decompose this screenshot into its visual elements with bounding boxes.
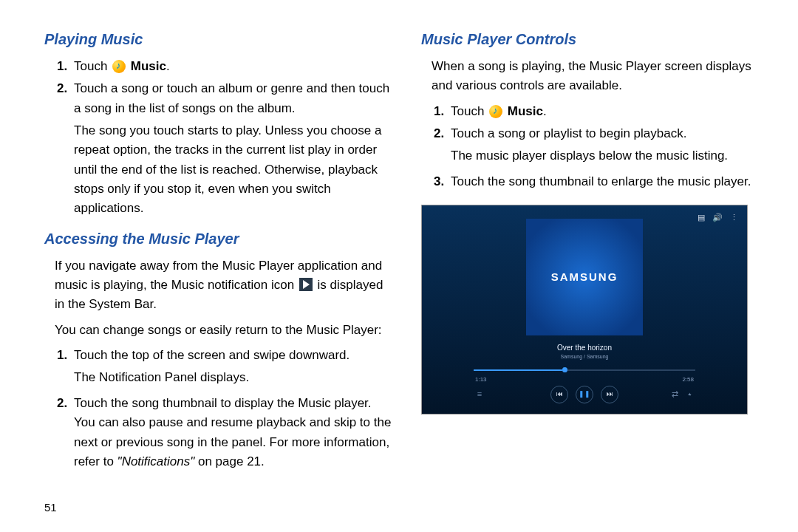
step-continuation: The music player displays below the musi… — [451, 146, 768, 166]
list-view-icon: ▤ — [698, 211, 705, 224]
progress-handle — [562, 367, 567, 372]
list-item: Touch Music. — [448, 102, 768, 121]
list-item: Touch the song thumbnail to display the … — [71, 394, 392, 471]
heading-playing-music: Playing Music — [44, 28, 392, 51]
accessing-player-steps: Touch the top of the screen and swipe do… — [44, 346, 392, 471]
heading-player-controls: Music Player Controls — [421, 28, 768, 51]
page-number: 51 — [44, 499, 57, 516]
music-app-icon — [489, 105, 502, 118]
step-continuation: The Notification Panel displays. — [74, 368, 392, 387]
body-text: You can change songs or easily return to… — [55, 321, 392, 340]
samsung-logo: SAMSUNG — [551, 268, 618, 285]
right-column: Music Player Controls When a song is pla… — [421, 28, 768, 480]
track-artist: Samsung / Samsung — [422, 353, 747, 361]
shuffle-icon: ⇄ — [669, 388, 681, 400]
overflow-icon: ⋮ — [730, 211, 738, 224]
music-player-screenshot: ▤ 🔊 ⋮ SAMSUNG Over the horizon Samsung /… — [421, 205, 748, 415]
volume-icon: 🔊 — [712, 211, 723, 224]
player-controls-steps: Touch Music. Touch a song or playlist to… — [421, 102, 768, 191]
album-art: SAMSUNG — [526, 219, 643, 335]
list-item: Touch Music. — [71, 57, 392, 76]
list-item: Touch a song or playlist to begin playba… — [448, 124, 768, 166]
music-app-icon — [112, 60, 126, 73]
step-continuation: The song you touch starts to play. Unles… — [74, 121, 392, 219]
next-track-icon: ⏭ — [601, 386, 618, 403]
progress-fill — [474, 369, 562, 371]
list-item: Touch the top of the screen and swipe do… — [71, 346, 392, 388]
playing-music-steps: Touch Music. Touch a song or touch an al… — [44, 57, 392, 219]
body-text: When a song is playing, the Music Player… — [432, 57, 768, 96]
body-text: If you navigate away from the Music Play… — [55, 256, 392, 315]
time-total: 2:58 — [682, 375, 694, 384]
heading-accessing-player: Accessing the Music Player — [44, 228, 392, 250]
prev-track-icon: ⏮ — [550, 386, 568, 403]
manual-page: Playing Music Touch Music. Touch a song … — [0, 0, 798, 495]
play-notification-icon — [299, 278, 313, 291]
playback-controls: ⏮ ❚❚ ⏭ — [422, 386, 747, 403]
player-top-icons: ▤ 🔊 ⋮ — [698, 211, 738, 224]
pause-icon: ❚❚ — [576, 386, 593, 403]
list-item: Touch the song thumbnail to enlarge the … — [448, 172, 768, 191]
time-elapsed: 1:13 — [475, 375, 487, 384]
track-title: Over the horizon — [422, 342, 747, 354]
favorite-icon: ⭑ — [683, 388, 695, 400]
left-column: Playing Music Touch Music. Touch a song … — [44, 28, 392, 480]
list-item: Touch a song or touch an album or genre … — [71, 79, 392, 218]
progress-bar — [474, 369, 695, 371]
